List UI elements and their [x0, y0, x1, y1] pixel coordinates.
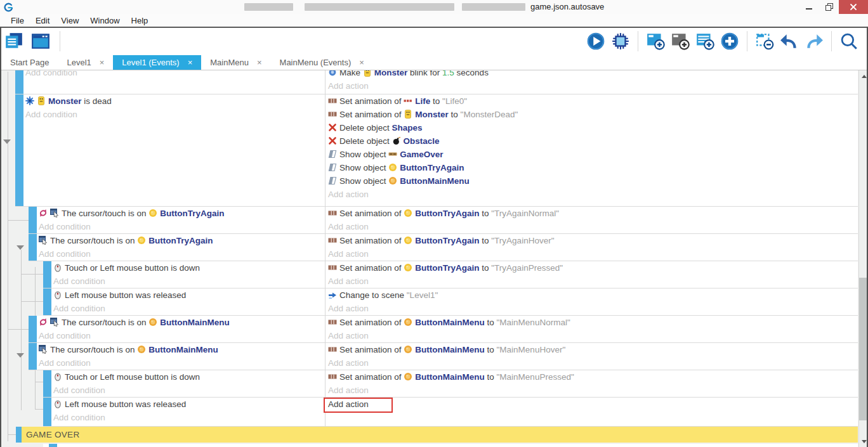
add-condition-placeholder[interactable]: Add condition [53, 411, 321, 424]
add-action-placeholder[interactable]: Add action [328, 79, 855, 93]
action-instruction[interactable]: Set animation of ButtonTryAgain to "TryA… [328, 261, 855, 275]
comment-row[interactable]: GAME OVER [16, 427, 858, 443]
action-instruction[interactable]: Delete object Obstacle [328, 134, 855, 148]
add-subevent-icon[interactable] [670, 31, 690, 51]
add-action-placeholder[interactable]: Add action [328, 329, 855, 342]
add-condition-placeholder[interactable]: Add condition [39, 329, 321, 342]
action-instruction[interactable]: Set animation of ButtonMainMenu to "Main… [328, 316, 855, 329]
add-action-placeholder[interactable]: Add action [328, 247, 855, 261]
add-action-placeholder[interactable]: Add action [328, 384, 855, 397]
event-row: Left mouse button was releasedAdd condit… [43, 288, 858, 316]
menu-edit[interactable]: Edit [30, 16, 55, 25]
event-row: The cursor/touch is on ButtonMainMenuAdd… [29, 343, 858, 370]
add-condition-placeholder[interactable]: Add condition [25, 70, 321, 79]
tab-mainmenu[interactable]: MainMenu× [201, 55, 270, 70]
condition-instruction[interactable]: Left mouse button was released [53, 398, 321, 411]
tab-start-page[interactable]: Start Page [1, 55, 58, 70]
condition-instruction[interactable]: Monster is dead [25, 94, 321, 108]
add-action-placeholder[interactable]: Add action [328, 356, 855, 370]
tab-mainmenu-events-[interactable]: MainMenu (Events)× [271, 55, 373, 70]
redo-icon[interactable] [804, 31, 824, 51]
condition-instruction[interactable]: The cursor/touch is on ButtonMainMenu [39, 316, 321, 329]
play-icon[interactable] [586, 31, 606, 51]
animation-icon [328, 234, 337, 247]
action-instruction[interactable]: Set animation of Monster to "MonsterDead… [328, 108, 855, 121]
action-instruction[interactable]: Show object GameOver [328, 148, 855, 161]
add-comment-icon[interactable] [695, 31, 715, 51]
menu-view[interactable]: View [55, 16, 84, 25]
mouse-icon [53, 288, 62, 302]
event-selection-bar [43, 288, 51, 315]
tab-level1-events-[interactable]: Level1 (Events)× [113, 55, 201, 70]
conditions-cell: Left mouse button was releasedAdd condit… [53, 288, 321, 315]
object-name: Monster [48, 96, 82, 106]
condition-instruction[interactable]: Touch or Left mouse button is down [53, 370, 321, 384]
toolbar [0, 28, 868, 55]
window-title: game.json.autosave [530, 2, 604, 11]
project-structure-icon[interactable] [4, 31, 24, 51]
add-condition-placeholder[interactable]: Add condition [53, 302, 321, 315]
expander-icon[interactable] [3, 139, 11, 144]
add-condition-placeholder[interactable]: Add condition [39, 247, 321, 261]
condition-instruction[interactable]: The cursor/touch is on ButtonTryAgain [39, 234, 321, 247]
action-instruction[interactable]: Make Monster blink for 1.5 seconds [328, 70, 855, 79]
debug-icon[interactable] [610, 31, 631, 51]
add-condition-placeholder[interactable]: Add condition [53, 275, 321, 288]
expander-icon[interactable] [16, 245, 24, 250]
actions-cell: Set animation of Life to "Life0"Set anim… [328, 94, 855, 201]
instruction-text: Add condition [53, 276, 105, 286]
condition-instruction[interactable]: Touch or Left mouse button is down [53, 261, 321, 275]
add-action-highlighted[interactable]: Add action [324, 398, 393, 413]
action-instruction[interactable]: Add action [328, 398, 855, 411]
add-event-icon[interactable] [645, 31, 666, 51]
conditions-cell: Left mouse button was releasedAdd condit… [53, 398, 321, 424]
add-condition-placeholder[interactable]: Add condition [25, 108, 321, 121]
search-icon[interactable] [839, 31, 859, 51]
condition-instruction[interactable]: Left mouse button was released [53, 288, 321, 302]
close-tab-icon[interactable]: × [257, 58, 262, 67]
action-instruction[interactable]: Delete object Shapes [328, 121, 855, 134]
parameter-value: "TryAgainNormal" [491, 209, 559, 218]
add-condition-placeholder[interactable]: Add condition [39, 220, 321, 233]
cursor-on-icon [39, 343, 48, 356]
close-tab-icon[interactable]: × [188, 58, 193, 67]
action-instruction[interactable]: Set animation of ButtonTryAgain to "TryA… [328, 234, 855, 247]
condition-instruction[interactable]: The cursor/touch is on ButtonTryAgain [39, 207, 321, 220]
instruction-text: Add condition [25, 70, 77, 77]
button-yellow-thumb-icon [388, 161, 397, 174]
expander-icon[interactable] [16, 353, 24, 358]
restore-icon[interactable] [820, 0, 839, 14]
tab-level1[interactable]: Level1× [58, 55, 113, 70]
add-condition-placeholder[interactable]: Add condition [53, 384, 321, 397]
action-instruction[interactable]: Set animation of Life to "Life0" [328, 94, 855, 108]
minimize-icon[interactable] [798, 0, 820, 14]
action-instruction[interactable]: Show object ButtonMainMenu [328, 174, 855, 188]
actions-cell: Set animation of ButtonTryAgain to "TryA… [328, 207, 855, 233]
close-tab-icon[interactable]: × [100, 58, 105, 67]
add-action-placeholder[interactable]: Add action [328, 188, 855, 201]
delete-icon [328, 121, 337, 134]
close-icon[interactable] [839, 0, 868, 14]
instruction-text: Touch or Left mouse button is down [65, 372, 200, 382]
action-instruction[interactable]: Set animation of ButtonMainMenu to "Main… [328, 343, 855, 356]
add-condition-placeholder[interactable]: Add condition [39, 356, 321, 370]
add-circle-icon[interactable] [720, 31, 740, 51]
condition-instruction[interactable]: The cursor/touch is on ButtonMainMenu [39, 343, 321, 356]
add-action-placeholder[interactable]: Add action [328, 302, 855, 315]
undo-icon[interactable] [779, 31, 799, 51]
scene-window-icon[interactable] [30, 31, 51, 51]
action-instruction[interactable]: Show object ButtonTryAgain [328, 161, 855, 174]
scroll-down-icon[interactable] [862, 440, 867, 443]
menu-window[interactable]: Window [84, 16, 125, 25]
menu-file[interactable]: File [5, 16, 30, 25]
remove-event-icon[interactable] [754, 31, 775, 51]
close-tab-icon[interactable]: × [359, 58, 364, 67]
add-action-placeholder[interactable]: Add action [328, 220, 855, 233]
action-instruction[interactable]: Set animation of ButtonTryAgain to "TryA… [328, 207, 855, 220]
menu-help[interactable]: Help [126, 16, 154, 25]
action-instruction[interactable]: Change to scene "Level1" [328, 288, 855, 302]
action-instruction[interactable]: Set animation of ButtonMainMenu to "Main… [328, 370, 855, 384]
scroll-up-icon[interactable] [862, 75, 867, 78]
add-action-placeholder[interactable]: Add action [328, 275, 855, 288]
toolbar-separator [638, 31, 638, 51]
